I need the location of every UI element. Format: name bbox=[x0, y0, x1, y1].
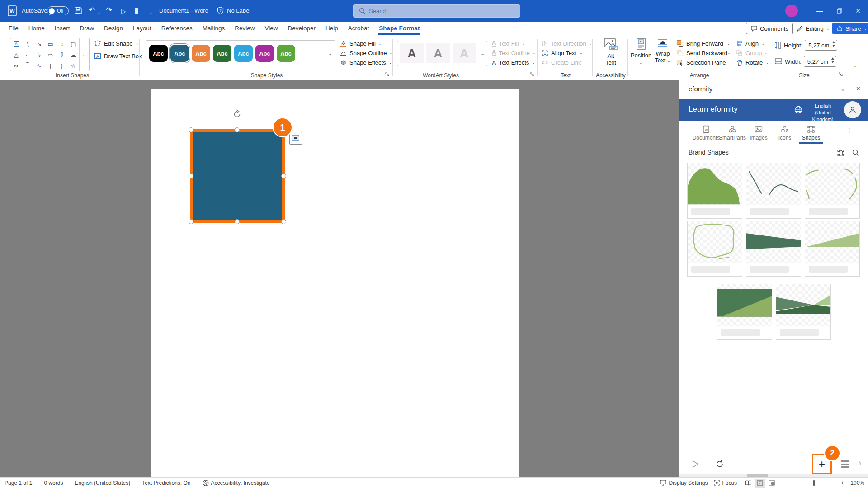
share-button[interactable]: Share ⌄ bbox=[832, 23, 868, 34]
brand-shape-card-light-wedge[interactable] bbox=[805, 221, 860, 277]
wordart-style-1[interactable]: A bbox=[400, 43, 424, 63]
pane-tabs-overflow-icon[interactable]: ⋮ bbox=[846, 127, 853, 135]
panel-view-icon[interactable] bbox=[135, 8, 142, 14]
style-swatch-darkgreen[interactable]: Abc bbox=[213, 45, 231, 62]
tab-developer[interactable]: Developer bbox=[283, 22, 321, 35]
page-indicator[interactable]: Page 1 of 1 bbox=[5, 480, 32, 486]
tab-view[interactable]: View bbox=[259, 22, 283, 35]
user-avatar[interactable] bbox=[844, 101, 861, 118]
shape-elbow[interactable]: ⌐ bbox=[22, 49, 33, 60]
shape-arrow[interactable]: ↘ bbox=[33, 38, 45, 49]
align-text-button[interactable]: Align Text ⌄ bbox=[542, 48, 583, 58]
word-app-icon[interactable]: W bbox=[6, 5, 18, 17]
shape-down-arrow[interactable]: ⇩ bbox=[56, 49, 67, 60]
text-effects-button[interactable]: A Text Effects ⌄ bbox=[492, 57, 535, 67]
shape-rounded-rect[interactable]: ▢ bbox=[68, 38, 79, 49]
shape-line[interactable]: ∖ bbox=[22, 38, 33, 49]
undo-icon[interactable]: ↶ bbox=[89, 6, 95, 15]
text-fill-button[interactable]: A Text Fill ⌄ bbox=[492, 38, 525, 48]
zoom-in-button[interactable]: + bbox=[841, 479, 844, 486]
document-page[interactable]: 1 bbox=[151, 89, 519, 477]
layout-options-button[interactable] bbox=[289, 132, 302, 145]
shape-left-brace[interactable]: { bbox=[45, 60, 56, 71]
brand-shape-card-crossing-wedges[interactable] bbox=[776, 284, 831, 340]
shape-arc[interactable]: ⌒ bbox=[22, 60, 33, 71]
shape-style-gallery[interactable]: Abc Abc Abc Abc Abc Abc Abc ⌄ bbox=[146, 40, 335, 66]
brand-shape-card-light-curves[interactable] bbox=[805, 163, 860, 219]
web-layout-button[interactable] bbox=[767, 479, 777, 488]
accessibility-status[interactable]: Accessibility: Investigate bbox=[203, 480, 270, 486]
zoom-out-button[interactable]: − bbox=[783, 479, 787, 486]
autosave-toggle[interactable]: Off bbox=[47, 6, 69, 15]
restore-button[interactable] bbox=[830, 0, 849, 22]
text-outline-button[interactable]: A Text Outline ⌄ bbox=[492, 48, 536, 58]
wordart-gallery-more[interactable]: ⌄ bbox=[478, 41, 487, 66]
shape-effects-button[interactable]: Shape Effects ⌄ bbox=[340, 57, 392, 67]
tab-layout[interactable]: Layout bbox=[128, 22, 156, 35]
send-backward-dropdown-icon[interactable]: ⌄ bbox=[727, 51, 731, 55]
shape-freeform[interactable]: ☁ bbox=[68, 49, 79, 60]
display-settings-button[interactable]: Display Settings bbox=[660, 480, 708, 486]
brand-shape-card-dark-band[interactable] bbox=[746, 221, 801, 277]
shape-oval[interactable]: ○ bbox=[56, 38, 67, 49]
wordart-gallery[interactable]: A A A ⌄ bbox=[397, 41, 487, 66]
sensitivity-shield-icon[interactable]: ? bbox=[217, 7, 224, 14]
group-button[interactable]: Group ⌄ bbox=[736, 48, 768, 58]
shape-textbox[interactable]: A bbox=[10, 38, 22, 49]
height-spinner[interactable] bbox=[832, 41, 835, 47]
tab-shape-format[interactable]: Shape Format bbox=[374, 22, 425, 35]
size-dialog-launcher[interactable] bbox=[839, 72, 844, 78]
collapse-ribbon-icon[interactable]: ⌄ bbox=[853, 61, 858, 68]
menu-icon[interactable] bbox=[841, 460, 849, 468]
read-mode-button[interactable] bbox=[743, 479, 753, 488]
shape-scribble[interactable]: ∾ bbox=[10, 60, 22, 71]
pane-tab-images[interactable]: Images bbox=[745, 123, 772, 144]
edit-shape-button[interactable]: Edit Shape ⌄ bbox=[94, 38, 139, 48]
zoom-slider-thumb[interactable] bbox=[813, 480, 815, 486]
focus-button[interactable]: Focus bbox=[714, 480, 737, 486]
wordart-dialog-launcher[interactable] bbox=[530, 72, 535, 78]
send-backward-button[interactable]: Send Backward bbox=[676, 48, 727, 58]
account-avatar[interactable] bbox=[785, 5, 798, 17]
pane-collapse-icon[interactable]: ⌄ bbox=[840, 85, 845, 92]
resize-handle-sw[interactable] bbox=[189, 219, 193, 224]
text-direction-button[interactable]: A Text Direction ⌄ bbox=[542, 38, 592, 48]
tab-mailings[interactable]: Mailings bbox=[198, 22, 230, 35]
tab-acrobat[interactable]: Acrobat bbox=[343, 22, 374, 35]
resize-handle-se[interactable] bbox=[281, 219, 286, 224]
shape-outline-button[interactable]: Shape Outline ⌄ bbox=[340, 48, 393, 58]
tab-draw[interactable]: Draw bbox=[75, 22, 99, 35]
align-button[interactable]: Align ⌄ bbox=[736, 38, 764, 48]
height-input[interactable]: 5,27 cm bbox=[805, 40, 837, 51]
print-layout-button[interactable] bbox=[755, 479, 765, 488]
tab-insert[interactable]: Insert bbox=[50, 22, 75, 35]
rotate-handle-icon[interactable] bbox=[232, 109, 242, 119]
tab-design[interactable]: Design bbox=[99, 22, 128, 35]
refresh-icon[interactable] bbox=[716, 460, 724, 468]
width-input[interactable]: 5,27 cm bbox=[804, 56, 836, 67]
wordart-style-3[interactable]: A bbox=[453, 43, 476, 63]
search-input[interactable] bbox=[369, 8, 505, 14]
redo-icon[interactable]: ↷ bbox=[106, 6, 112, 15]
resize-handle-w[interactable] bbox=[189, 174, 193, 178]
tab-references[interactable]: References bbox=[156, 22, 198, 35]
shape-elbow-arrow[interactable]: ↳ bbox=[33, 49, 45, 60]
bring-forward-button[interactable]: Bring Forward bbox=[676, 38, 723, 48]
shape-right-brace[interactable]: } bbox=[56, 60, 67, 71]
style-gallery-more[interactable]: ⌄ bbox=[325, 41, 335, 66]
proofing-language[interactable]: English (United States) bbox=[75, 480, 130, 486]
style-swatch-teal-selected[interactable]: Abc bbox=[170, 45, 189, 62]
shape-triangle[interactable]: △ bbox=[10, 49, 22, 60]
width-spinner[interactable] bbox=[831, 57, 834, 63]
brand-shape-card-hill[interactable] bbox=[687, 163, 742, 219]
language-selector[interactable]: English (United Kingdom) bbox=[805, 103, 840, 123]
shape-star[interactable]: ☆ bbox=[68, 60, 79, 71]
selected-shape-square[interactable] bbox=[190, 129, 285, 223]
pane-tab-icons[interactable]: Icons bbox=[772, 123, 798, 144]
tab-help[interactable]: Help bbox=[321, 22, 343, 35]
style-swatch-lightblue[interactable]: Abc bbox=[234, 45, 253, 62]
zoom-level[interactable]: 100% bbox=[850, 480, 864, 486]
style-swatch-black[interactable]: Abc bbox=[149, 45, 168, 62]
rotate-button[interactable]: Rotate ⌄ bbox=[736, 57, 769, 67]
wrap-text-button[interactable]: Wrap Text ⌄ bbox=[651, 38, 675, 65]
